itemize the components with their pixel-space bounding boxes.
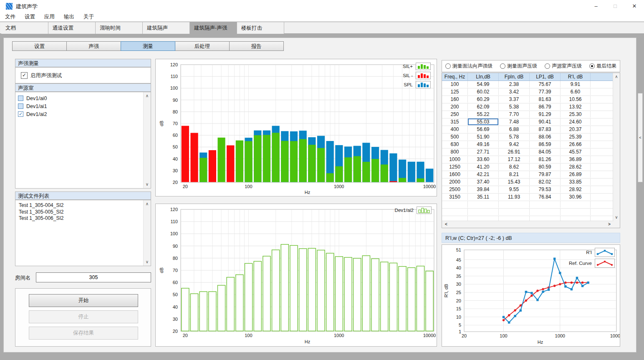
table-cell[interactable]: 76.84 (530, 194, 561, 200)
radio-option[interactable]: 声源室声压级 (545, 63, 582, 70)
table-cell[interactable] (591, 88, 614, 95)
table-cell[interactable] (591, 201, 614, 208)
table-cell[interactable]: 9.42 (499, 141, 530, 148)
table-cell[interactable] (468, 209, 499, 215)
scroll-down-icon[interactable]: ∨ (613, 214, 620, 221)
minimize-icon[interactable]: – (586, 0, 606, 13)
radio-icon[interactable] (589, 63, 595, 69)
radio-icon[interactable] (545, 63, 550, 69)
table-cell[interactable]: 7.70 (499, 111, 530, 118)
table-cell[interactable]: 39.84 (468, 186, 499, 193)
table-cell[interactable]: 1250 (442, 164, 468, 170)
table-cell[interactable]: 81.63 (530, 96, 561, 103)
table-cell[interactable] (561, 201, 591, 208)
test-file-scrollbar[interactable]: ∧ ∨ (143, 200, 151, 266)
table-cell[interactable]: 81.26 (530, 156, 561, 163)
table-cell[interactable] (591, 141, 614, 148)
table-cell[interactable]: 26.89 (561, 171, 591, 178)
device-list-item[interactable]: ✓Dev1/ai2 (15, 110, 151, 118)
table-cell[interactable]: 200 (442, 103, 468, 110)
table-cell[interactable]: 630 (442, 141, 468, 148)
table-cell[interactable]: 49.16 (468, 141, 499, 148)
table-cell[interactable]: 28.62 (561, 164, 591, 170)
tab-floor-impact[interactable]: 楼板打击 (237, 22, 284, 34)
menu-application[interactable]: 应用 (44, 13, 55, 20)
table-vertical-scrollbar[interactable]: ∧ ∨ (613, 73, 620, 221)
table-cell[interactable]: 1600 (442, 171, 468, 178)
table-horizontal-scrollbar[interactable]: < > (442, 221, 614, 228)
table-cell[interactable]: 54.99 (468, 81, 499, 88)
table-cell[interactable] (591, 81, 614, 88)
table-cell[interactable]: 86.59 (530, 141, 561, 148)
table-cell[interactable] (591, 103, 614, 110)
table-cell[interactable]: 400 (442, 126, 468, 133)
table-cell[interactable] (591, 118, 614, 125)
table-cell[interactable]: 45.57 (561, 149, 591, 155)
table-cell[interactable]: 3150 (442, 194, 468, 200)
maximize-icon[interactable]: □ (606, 0, 625, 13)
table-cell[interactable] (591, 156, 614, 163)
table-cell[interactable] (591, 209, 614, 215)
test-file-item[interactable]: Test 1_305-006_SI2 (15, 215, 151, 222)
table-cell[interactable]: 5.38 (499, 103, 530, 110)
table-cell[interactable]: 8.62 (499, 164, 530, 170)
table-cell[interactable]: 25.30 (561, 111, 591, 118)
table-cell[interactable]: 2000 (442, 179, 468, 185)
table-cell[interactable]: 160 (442, 96, 468, 103)
menu-file[interactable]: 文件 (5, 13, 15, 20)
table-cell[interactable]: 55.22 (468, 111, 499, 118)
table-cell[interactable]: 26.91 (499, 149, 530, 155)
table-cell[interactable] (499, 201, 530, 208)
table-cell[interactable] (530, 209, 561, 215)
table-cell[interactable] (591, 186, 614, 193)
table-cell[interactable]: 62.09 (468, 103, 499, 110)
table-cell[interactable]: 82.02 (530, 179, 561, 185)
scroll-left-icon[interactable]: < (443, 221, 450, 228)
subtab-intensity[interactable]: 声强 (66, 41, 121, 51)
table-cell[interactable]: 79.53 (530, 186, 561, 193)
table-cell[interactable]: 3.42 (499, 88, 530, 95)
radio-icon[interactable] (445, 63, 451, 69)
table-cell[interactable]: 6.88 (499, 126, 530, 133)
table-cell[interactable]: 41.20 (468, 164, 499, 170)
radio-option[interactable]: 最后结果 (589, 63, 616, 70)
table-cell[interactable]: 75.67 (530, 81, 561, 88)
subtab-measure[interactable]: 测量 (121, 41, 175, 51)
table-cell[interactable]: 30.96 (561, 194, 591, 200)
table-cell[interactable]: 90.41 (530, 118, 561, 125)
table-cell[interactable] (591, 194, 614, 200)
device-list-item[interactable]: Dev1/ai0 (15, 94, 151, 102)
table-cell[interactable]: 84.05 (530, 149, 561, 155)
subtab-postprocess[interactable]: 后处理 (175, 41, 230, 51)
table-cell[interactable] (499, 209, 530, 215)
table-cell[interactable] (591, 111, 614, 118)
table-cell[interactable]: 800 (442, 149, 468, 155)
device-checkbox[interactable]: ✓ (18, 111, 23, 117)
table-cell[interactable]: 36.89 (561, 156, 591, 163)
table-cell[interactable] (591, 164, 614, 170)
room-name-input[interactable] (36, 272, 151, 282)
table-cell[interactable] (442, 201, 468, 208)
table-cell[interactable] (591, 171, 614, 178)
table-cell[interactable]: 60.02 (468, 88, 499, 95)
table-cell[interactable]: 9.91 (561, 81, 591, 88)
table-cell[interactable] (530, 201, 561, 208)
scroll-up-icon[interactable]: ∧ (144, 201, 151, 207)
table-cell[interactable]: 42.21 (468, 171, 499, 178)
table-cell[interactable]: 20.37 (561, 126, 591, 133)
menu-output[interactable]: 输出 (64, 13, 74, 20)
table-cell[interactable]: 315 (442, 118, 468, 125)
tab-reverberation-time[interactable]: 混响时间 (96, 22, 143, 34)
table-cell[interactable]: 1000 (442, 156, 468, 163)
table-cell[interactable]: 25.39 (561, 133, 591, 140)
table-cell[interactable]: 15.43 (499, 179, 530, 185)
table-cell[interactable]: 8.21 (499, 171, 530, 178)
table-cell[interactable]: 2.38 (499, 81, 530, 88)
menu-settings[interactable]: 设置 (25, 13, 35, 20)
scroll-down-icon[interactable]: ∨ (144, 181, 151, 188)
table-cell[interactable]: 125 (442, 88, 468, 95)
table-cell[interactable]: 51.90 (468, 133, 499, 140)
radio-option[interactable]: 测量面声压级 (500, 63, 537, 70)
scroll-up-icon[interactable]: ∧ (613, 73, 620, 80)
device-checkbox[interactable] (18, 103, 23, 109)
